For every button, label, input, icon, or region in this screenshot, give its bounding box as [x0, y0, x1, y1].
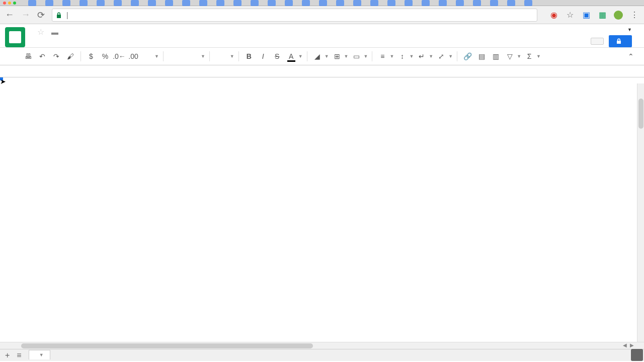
redo-icon[interactable]: ↷ [50, 50, 62, 62]
browser-tab[interactable] [285, 0, 293, 6]
window-minimize-icon[interactable] [8, 2, 11, 5]
text-rotation-icon[interactable]: ⤢ [435, 50, 447, 62]
browser-tab[interactable] [45, 0, 53, 6]
browser-tab[interactable] [370, 0, 378, 6]
chevron-down-icon[interactable]: ▼ [39, 352, 44, 357]
spreadsheet-grid[interactable]: ➤ [0, 77, 644, 342]
window-close-icon[interactable] [3, 2, 6, 5]
align-vertical-icon[interactable]: ↕ [396, 50, 408, 62]
profile-avatar-icon[interactable] [614, 11, 623, 20]
functions-icon[interactable]: Σ [523, 50, 535, 62]
account-email[interactable]: ▼ [625, 27, 632, 32]
chevron-down-icon[interactable]: ▼ [364, 54, 368, 59]
menu-insert[interactable] [57, 39, 64, 42]
extension-icon[interactable]: ▣ [582, 11, 591, 20]
browser-tab[interactable] [216, 0, 224, 6]
italic-icon[interactable]: I [257, 50, 269, 62]
browser-tab[interactable] [353, 0, 361, 6]
insert-chart-icon[interactable]: ▥ [490, 50, 502, 62]
browser-tab[interactable] [114, 0, 122, 6]
format-123-button[interactable] [141, 50, 153, 62]
decrease-decimal-icon[interactable]: .0← [113, 50, 125, 62]
chevron-down-icon[interactable]: ▼ [201, 54, 205, 59]
undo-icon[interactable]: ↶ [36, 50, 48, 62]
browser-tab[interactable] [199, 0, 207, 6]
paint-format-icon[interactable]: 🖌 [64, 50, 76, 62]
browser-tab[interactable] [268, 0, 276, 6]
star-icon[interactable]: ☆ [37, 27, 44, 37]
menu-format[interactable] [66, 39, 73, 42]
reload-button[interactable]: ⟳ [37, 10, 45, 21]
chevron-down-icon[interactable]: ▼ [517, 54, 521, 59]
text-color-icon[interactable]: A [285, 50, 297, 62]
add-sheet-button[interactable]: + [5, 351, 10, 360]
browser-tab[interactable] [302, 0, 310, 6]
insert-link-icon[interactable]: 🔗 [461, 50, 473, 62]
browser-tab[interactable] [62, 0, 70, 6]
browser-tab[interactable] [131, 0, 139, 6]
all-sheets-button[interactable]: ≡ [17, 351, 21, 360]
back-button[interactable]: ← [5, 10, 14, 20]
browser-tab[interactable] [456, 0, 464, 6]
chevron-down-icon[interactable]: ▼ [325, 54, 329, 59]
extension-icon[interactable]: ◉ [549, 11, 558, 20]
insert-comment-icon[interactable]: ▤ [475, 50, 488, 62]
bookmark-icon[interactable]: ☆ [566, 11, 575, 20]
browser-tab[interactable] [405, 0, 413, 6]
browser-tab[interactable] [473, 0, 481, 6]
menu-addons[interactable] [94, 39, 101, 42]
print-icon[interactable]: 🖶 [22, 50, 34, 62]
browser-tab[interactable] [79, 0, 88, 6]
collapse-toolbar-icon[interactable]: ⌃ [625, 50, 637, 62]
browser-tab[interactable] [524, 0, 532, 6]
chevron-down-icon[interactable]: ▼ [536, 54, 541, 59]
scroll-left-icon[interactable]: ◀ [623, 342, 627, 348]
browser-menu-icon[interactable]: ⋮ [630, 11, 639, 20]
comments-button[interactable] [591, 38, 604, 45]
bold-icon[interactable]: B [243, 50, 255, 62]
chevron-down-icon[interactable]: ▼ [409, 54, 414, 59]
explore-button[interactable] [631, 349, 643, 361]
browser-tab[interactable] [387, 0, 395, 6]
increase-decimal-icon[interactable]: .00 [127, 50, 139, 62]
chevron-down-icon[interactable]: ▼ [389, 54, 394, 59]
browser-tab[interactable] [165, 0, 173, 6]
font-size-input[interactable] [214, 53, 229, 60]
menu-file[interactable] [30, 39, 37, 42]
menu-tools[interactable] [85, 39, 92, 42]
fill-color-icon[interactable]: ◢ [311, 50, 324, 62]
menu-view[interactable] [48, 39, 55, 42]
menu-help[interactable] [103, 39, 110, 42]
font-family-select[interactable] [168, 52, 200, 61]
horizontal-scrollbar[interactable]: ◀▶ [0, 342, 644, 349]
text-wrap-icon[interactable]: ↵ [416, 50, 428, 62]
chevron-down-icon[interactable]: ▼ [154, 54, 159, 59]
browser-tab[interactable] [148, 0, 156, 6]
strikethrough-icon[interactable]: S [271, 50, 283, 62]
formula-input[interactable] [20, 67, 639, 75]
percent-icon[interactable]: % [99, 50, 111, 62]
filter-icon[interactable]: ▽ [504, 50, 516, 62]
move-folder-icon[interactable]: ▬ [51, 28, 58, 36]
align-horizontal-icon[interactable]: ≡ [376, 50, 388, 62]
sheets-logo-icon[interactable] [5, 27, 25, 47]
vertical-scrollbar[interactable] [637, 83, 644, 344]
currency-icon[interactable]: $ [85, 50, 97, 62]
browser-tab[interactable] [490, 0, 498, 6]
chevron-down-icon[interactable]: ▼ [344, 54, 349, 59]
address-bar[interactable]: | [52, 9, 537, 22]
browser-tab[interactable] [233, 0, 242, 6]
browser-tab[interactable] [97, 0, 105, 6]
sheet-tab-active[interactable]: ▼ [29, 350, 50, 359]
browser-tab[interactable] [507, 0, 515, 6]
chevron-down-icon[interactable]: ▼ [298, 54, 303, 59]
browser-tab[interactable] [336, 0, 344, 6]
chevron-down-icon[interactable]: ▼ [429, 54, 433, 59]
browser-tab[interactable] [439, 0, 447, 6]
share-button[interactable] [609, 35, 632, 47]
chevron-down-icon[interactable]: ▼ [230, 54, 234, 59]
browser-tab[interactable] [251, 0, 259, 6]
merge-cells-icon[interactable]: ▭ [351, 50, 363, 62]
menu-edit[interactable] [39, 39, 46, 42]
menu-data[interactable] [75, 39, 83, 42]
